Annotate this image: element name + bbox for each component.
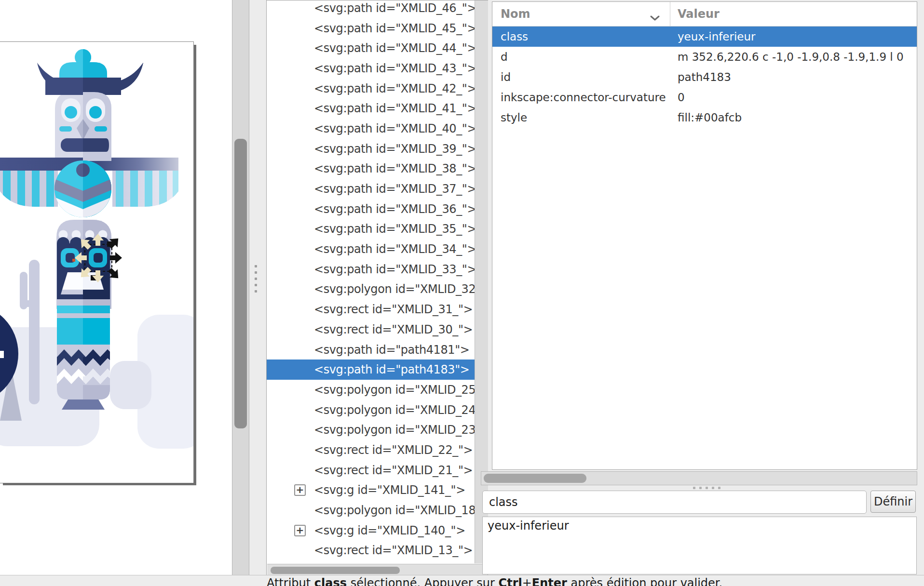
tree-node[interactable]: <svg:path id="XMLID_40_"> xyxy=(267,119,475,139)
attribute-value: path4183 xyxy=(670,71,731,83)
tree-node[interactable]: <svg:rect id="XMLID_31_"> xyxy=(267,299,475,320)
tree-node[interactable]: <svg:path id="XMLID_43_"> xyxy=(267,58,475,79)
tree-node-label: <svg:rect id="XMLID_13_"> xyxy=(314,544,473,557)
tree-node-label: <svg:path id="XMLID_36_"> xyxy=(314,202,475,216)
page-shadow xyxy=(194,45,196,485)
tree-node-label: <svg:polygon id="XMLID_23_"> xyxy=(314,423,475,437)
attribute-row[interactable]: idpath4183 xyxy=(492,67,917,87)
column-header-value[interactable]: Valeur xyxy=(670,7,720,21)
tree-node[interactable]: <svg:path id="XMLID_33_"> xyxy=(267,259,475,280)
status-bar: Attribut class sélectionné. Appuyer sur … xyxy=(0,575,924,586)
tree-node[interactable]: <svg:polygon id="XMLID_24_"> xyxy=(267,400,475,420)
tree-node-label: <svg:rect id="XMLID_22_"> xyxy=(314,443,473,457)
canvas-area[interactable] xyxy=(0,0,232,575)
attributes-table: Nom Valeur classyeux-inferieurdm 352.6,2… xyxy=(492,1,917,470)
tree-node-label: <svg:path id="XMLID_43_"> xyxy=(314,62,475,75)
attribute-row-selected[interactable]: classyeux-inferieur xyxy=(492,27,917,47)
column-header-name[interactable]: Nom xyxy=(492,7,670,21)
attributes-table-header[interactable]: Nom Valeur xyxy=(492,2,917,27)
totem-illustration xyxy=(0,42,193,483)
attribute-value: fill:#00afcb xyxy=(670,111,742,124)
attribute-value: 0 xyxy=(670,91,685,104)
scrollbar-thumb[interactable] xyxy=(271,567,400,574)
tree-node-label: <svg:path id="XMLID_42_"> xyxy=(314,82,475,95)
tree-node[interactable]: <svg:path id="XMLID_34_"> xyxy=(267,239,475,259)
editor-resize-grip-icon[interactable] xyxy=(693,487,724,489)
document-page[interactable] xyxy=(0,41,194,483)
attribute-name: style xyxy=(492,111,670,124)
tree-node-label: <svg:g id="XMLID_141_"> xyxy=(314,483,465,497)
tree-node-label: <svg:rect id="XMLID_30_"> xyxy=(314,323,473,336)
tree-node-selected[interactable]: <svg:path id="path4183"> xyxy=(267,360,475,380)
tree-node[interactable]: <svg:polygon id="XMLID_18_"> xyxy=(267,500,475,520)
set-button[interactable]: Définir xyxy=(870,491,916,513)
tree-node[interactable]: <svg:path id="XMLID_42_"> xyxy=(267,79,475,99)
attribute-name: d xyxy=(492,51,670,63)
xml-tree-panel: <svg:path id="XMLID_46_"><svg:path id="X… xyxy=(266,0,488,576)
tree-node[interactable]: <svg:polygon id="XMLID_23_"> xyxy=(267,420,475,440)
tree-node[interactable]: <svg:path id="path4181"> xyxy=(267,340,475,360)
tree-node-label: <svg:path id="path4183"> xyxy=(314,363,470,376)
tree-node-label: <svg:path id="path4181"> xyxy=(314,343,470,357)
scrollbar-thumb[interactable] xyxy=(234,139,247,428)
xml-node-list[interactable]: <svg:path id="XMLID_46_"><svg:path id="X… xyxy=(267,0,475,564)
tree-node[interactable]: <svg:rect id="XMLID_13_"> xyxy=(267,541,475,561)
tree-node[interactable]: <svg:path id="XMLID_41_"> xyxy=(267,98,475,119)
tree-node[interactable]: <svg:rect id="XMLID_22_"> xyxy=(267,440,475,460)
expander-plus-icon[interactable]: + xyxy=(294,525,306,536)
attribute-row[interactable]: inkscape:connector-curvature0 xyxy=(492,87,917,107)
tree-node-label: <svg:polygon id="XMLID_18_"> xyxy=(314,504,475,517)
attribute-name-input[interactable] xyxy=(482,491,867,514)
panel-divider[interactable] xyxy=(249,0,267,575)
attributes-horizontal-scrollbar[interactable] xyxy=(481,471,917,485)
attribute-row[interactable]: dm 352.6,220.6 c -1,0 -1.9,0.8 -1.9,1.9 … xyxy=(492,47,917,67)
tree-node[interactable]: <svg:path id="XMLID_36_"> xyxy=(267,199,475,219)
attribute-row[interactable]: stylefill:#00afcb xyxy=(492,107,917,128)
tree-node-label: <svg:rect id="XMLID_31_"> xyxy=(314,303,473,316)
tree-node[interactable]: +<svg:g id="XMLID_140_"> xyxy=(267,520,475,541)
tree-node-label: <svg:path id="XMLID_46_"> xyxy=(314,1,475,15)
tree-node-label: <svg:path id="XMLID_45_"> xyxy=(314,22,475,35)
attribute-name: id xyxy=(492,71,670,83)
tree-node[interactable]: <svg:path id="XMLID_46_"> xyxy=(267,0,475,18)
expander-plus-icon[interactable]: + xyxy=(294,484,306,496)
tree-node-label: <svg:path id="XMLID_35_"> xyxy=(314,222,475,236)
tree-node-label: <svg:path id="XMLID_41_"> xyxy=(314,102,475,115)
tree-node[interactable]: <svg:path id="XMLID_35_"> xyxy=(267,219,475,240)
attribute-value-textarea[interactable]: yeux-inferieur xyxy=(482,517,917,574)
attribute-value: yeux-inferieur xyxy=(670,30,756,43)
attribute-name: class xyxy=(492,30,670,43)
tree-node[interactable]: <svg:path id="XMLID_38_"> xyxy=(267,159,475,179)
tree-node[interactable]: +<svg:g id="XMLID_141_"> xyxy=(267,480,475,501)
status-message: Attribut class sélectionné. Appuyer sur … xyxy=(267,576,722,586)
tree-node[interactable]: <svg:rect id="XMLID_30_"> xyxy=(267,320,475,340)
tree-node-label: <svg:g id="XMLID_140_"> xyxy=(314,524,465,537)
tree-node-label: <svg:path id="XMLID_40_"> xyxy=(314,122,475,135)
attribute-value: m 352.6,220.6 c -1,0 -1.9,0.8 -1.9,1.9 l… xyxy=(670,51,904,63)
tree-node[interactable]: <svg:path id="XMLID_37_"> xyxy=(267,179,475,199)
tree-node[interactable]: <svg:path id="XMLID_45_"> xyxy=(267,18,475,39)
tree-node-label: <svg:path id="XMLID_38_"> xyxy=(314,162,475,175)
tree-node[interactable]: <svg:rect id="XMLID_21_"> xyxy=(267,460,475,480)
tree-node[interactable]: <svg:path id="XMLID_39_"> xyxy=(267,139,475,159)
tree-node-label: <svg:path id="XMLID_39_"> xyxy=(314,142,475,156)
tree-node[interactable]: <svg:polygon id="XMLID_25_"> xyxy=(267,380,475,400)
tree-node-label: <svg:polygon id="XMLID_24_"> xyxy=(314,403,475,417)
tree-node[interactable]: <svg:polygon id="XMLID_32_"> xyxy=(267,280,475,300)
canvas-vertical-scrollbar[interactable] xyxy=(232,0,249,575)
tree-node-label: <svg:path id="XMLID_33_"> xyxy=(314,263,475,276)
tree-node-label: <svg:rect id="XMLID_21_"> xyxy=(314,464,473,477)
tree-node-label: <svg:path id="XMLID_44_"> xyxy=(314,41,475,55)
page-shadow xyxy=(3,483,196,485)
tree-horizontal-scrollbar[interactable] xyxy=(267,564,488,576)
tree-node-label: <svg:polygon id="XMLID_25_"> xyxy=(314,383,475,397)
tree-node[interactable]: <svg:path id="XMLID_44_"> xyxy=(267,38,475,58)
tree-node-label: <svg:path id="XMLID_37_"> xyxy=(314,182,475,196)
tree-node-label: <svg:path id="XMLID_34_"> xyxy=(314,242,475,256)
column-divider[interactable] xyxy=(670,2,670,26)
tree-node-label: <svg:polygon id="XMLID_32_"> xyxy=(314,282,475,296)
attribute-name: inkscape:connector-curvature xyxy=(492,91,670,104)
resize-grip-icon[interactable] xyxy=(255,265,257,296)
scrollbar-thumb[interactable] xyxy=(484,474,586,483)
sort-chevron-icon[interactable] xyxy=(650,11,660,24)
